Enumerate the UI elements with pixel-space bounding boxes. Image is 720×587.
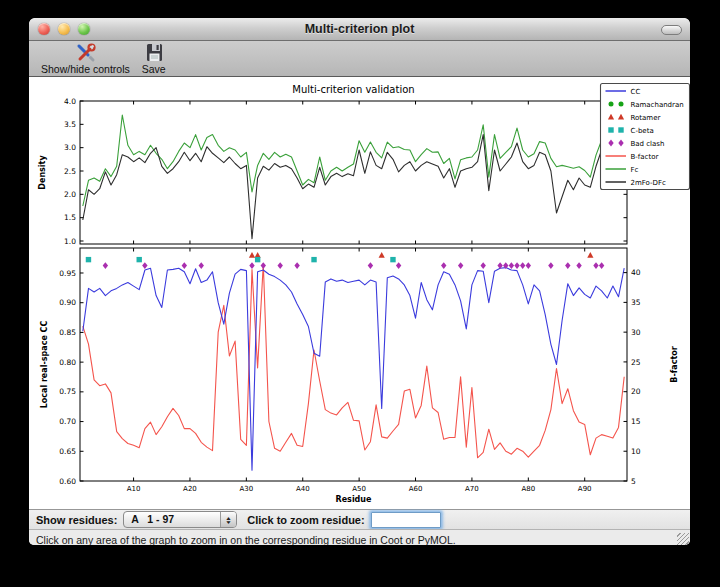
svg-text:0.70: 0.70	[59, 417, 76, 426]
svg-text:B-factor: B-factor	[631, 153, 659, 161]
svg-text:2.0: 2.0	[64, 190, 76, 199]
residue-range-select[interactable]: A 1 - 97 ▲▼	[123, 511, 237, 528]
svg-text:A10: A10	[127, 485, 141, 493]
svg-text:Local real-space CC: Local real-space CC	[40, 321, 49, 409]
svg-text:0.75: 0.75	[59, 387, 76, 396]
svg-text:C-beta: C-beta	[631, 127, 654, 135]
multi-criterion-plot-window: Multi-criterion plot Show/hide controls	[29, 18, 690, 545]
svg-text:10: 10	[631, 447, 641, 456]
status-bar: Click on any area of the graph to zoom i…	[29, 529, 690, 545]
window-title: Multi-criterion plot	[29, 18, 690, 40]
svg-text:Rotamer: Rotamer	[631, 114, 661, 122]
svg-text:4.0: 4.0	[64, 97, 76, 106]
svg-text:20: 20	[631, 387, 641, 396]
svg-text:1.0: 1.0	[64, 237, 76, 246]
toolbar-item-label: Save	[142, 63, 166, 75]
svg-text:25: 25	[631, 358, 641, 367]
svg-text:0.60: 0.60	[59, 477, 76, 486]
svg-text:Bad clash: Bad clash	[631, 140, 665, 148]
svg-text:A60: A60	[409, 485, 423, 493]
svg-text:15: 15	[631, 417, 641, 426]
plot-canvas: Multi-criterion validationA10A20A30A40A5…	[29, 77, 690, 509]
svg-text:A70: A70	[465, 485, 479, 493]
show-hide-controls-button[interactable]: Show/hide controls	[35, 41, 136, 75]
resize-grip[interactable]	[677, 533, 689, 545]
controls-bar: Show residues: A 1 - 97 ▲▼ Click to zoom…	[29, 509, 690, 529]
svg-text:Density: Density	[38, 155, 47, 190]
svg-text:3.0: 3.0	[64, 143, 76, 152]
svg-text:0.80: 0.80	[59, 358, 76, 367]
toolbar: Show/hide controls Save	[29, 41, 690, 77]
svg-text:0.90: 0.90	[59, 298, 76, 307]
svg-text:35: 35	[631, 298, 641, 307]
svg-text:Multi-criterion validation: Multi-criterion validation	[292, 84, 414, 95]
svg-text:CC: CC	[631, 88, 641, 96]
svg-text:2.5: 2.5	[64, 167, 76, 176]
svg-text:A80: A80	[521, 485, 535, 493]
zoom-residue-label: Click to zoom residue:	[247, 514, 364, 526]
status-message: Click on any area of the graph to zoom i…	[29, 532, 456, 545]
tools-icon	[74, 42, 97, 64]
svg-text:5: 5	[631, 477, 636, 486]
residue-range-value: A 1 - 97	[124, 512, 220, 527]
save-icon	[143, 42, 165, 64]
svg-text:1.5: 1.5	[64, 213, 76, 222]
zoom-residue-input[interactable]	[371, 512, 441, 528]
svg-text:Fc: Fc	[631, 166, 639, 174]
svg-text:A20: A20	[183, 485, 197, 493]
svg-text:A40: A40	[296, 485, 310, 493]
svg-text:0.95: 0.95	[59, 269, 76, 278]
toolbar-toggle-button[interactable]	[661, 25, 682, 35]
svg-text:3.5: 3.5	[64, 120, 76, 129]
toolbar-item-label: Show/hide controls	[41, 63, 130, 75]
svg-text:Residue: Residue	[336, 495, 373, 504]
svg-text:A30: A30	[240, 485, 254, 493]
svg-text:A90: A90	[578, 485, 592, 493]
svg-text:40: 40	[631, 268, 641, 277]
svg-text:0.85: 0.85	[59, 328, 76, 337]
svg-text:30: 30	[631, 328, 641, 337]
stepper-icon[interactable]: ▲▼	[220, 512, 236, 527]
titlebar[interactable]: Multi-criterion plot	[29, 18, 690, 41]
svg-text:2mFo-DFc: 2mFo-DFc	[631, 179, 666, 187]
show-residues-label: Show residues:	[36, 514, 117, 526]
svg-text:0.65: 0.65	[59, 447, 76, 456]
save-button[interactable]: Save	[136, 41, 172, 75]
svg-text:B-factor: B-factor	[670, 346, 679, 382]
validation-plot[interactable]: Multi-criterion validationA10A20A30A40A5…	[29, 77, 690, 509]
svg-text:A50: A50	[352, 485, 366, 493]
svg-text:Ramachandran: Ramachandran	[631, 101, 684, 109]
